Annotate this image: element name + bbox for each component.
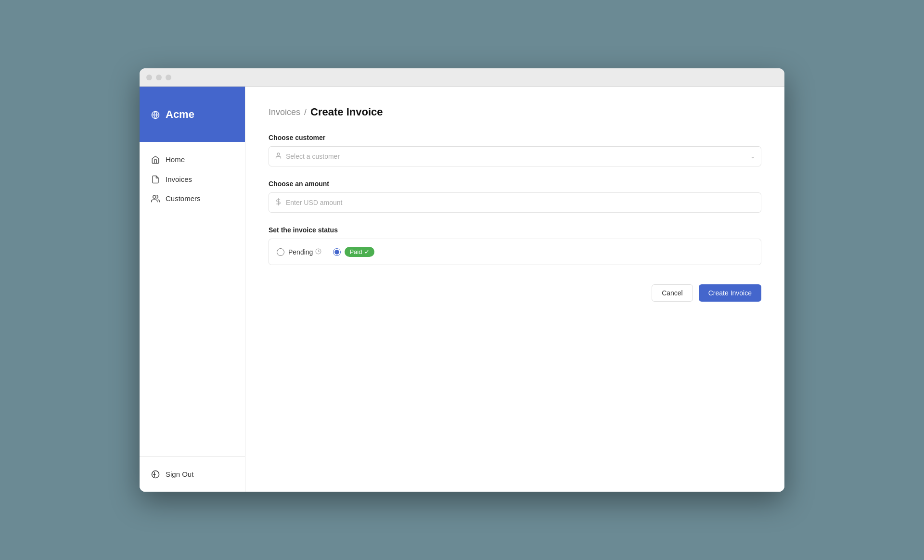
app-window: Acme Home <box>140 68 784 492</box>
pending-text: Pending <box>288 248 313 256</box>
paid-option[interactable]: Paid ✓ <box>333 247 374 257</box>
sign-out-button[interactable]: Sign Out <box>140 464 245 484</box>
status-options: Pending <box>269 239 761 265</box>
home-label: Home <box>166 155 185 164</box>
home-icon <box>151 155 160 164</box>
paid-text: Paid <box>349 248 362 255</box>
svg-point-4 <box>277 153 280 155</box>
create-invoice-button[interactable]: Create Invoice <box>699 284 761 302</box>
customer-section-title: Choose customer <box>269 134 761 141</box>
amount-section: Choose an amount <box>269 180 761 213</box>
sidebar: Acme Home <box>140 87 245 492</box>
checkmark-icon: ✓ <box>364 248 370 255</box>
customers-icon <box>151 194 160 204</box>
customer-section: Choose customer Select a customer ⌄ <box>269 134 761 166</box>
app-layout: Acme Home <box>140 87 784 492</box>
breadcrumb: Invoices / Create Invoice <box>269 106 761 118</box>
pending-radio[interactable] <box>277 248 284 256</box>
clock-icon <box>315 248 321 256</box>
customers-label: Customers <box>166 194 201 203</box>
breadcrumb-parent[interactable]: Invoices <box>269 107 300 117</box>
invoices-label: Invoices <box>166 175 192 183</box>
paid-badge: Paid ✓ <box>345 247 374 257</box>
window-controls <box>146 75 171 80</box>
maximize-control[interactable] <box>166 75 171 80</box>
paid-radio[interactable] <box>333 248 341 256</box>
customer-select-placeholder: Select a customer <box>286 153 750 160</box>
sidebar-nav: Home Invoices <box>140 142 245 456</box>
sign-out-label: Sign Out <box>166 470 193 478</box>
chevron-down-icon: ⌄ <box>750 153 755 160</box>
dollar-icon <box>275 198 282 207</box>
sidebar-logo: Acme <box>140 87 245 142</box>
form-actions: Cancel Create Invoice <box>269 284 761 302</box>
breadcrumb-separator: / <box>304 107 307 117</box>
status-section-title: Set the invoice status <box>269 226 761 234</box>
sign-out-icon <box>151 470 160 479</box>
sidebar-item-invoices[interactable]: Invoices <box>140 169 245 189</box>
minimize-control[interactable] <box>156 75 162 80</box>
breadcrumb-current: Create Invoice <box>310 106 383 118</box>
customer-select-icon <box>275 152 282 161</box>
main-content: Invoices / Create Invoice Choose custome… <box>245 87 784 492</box>
sidebar-item-customers[interactable]: Customers <box>140 189 245 209</box>
status-section: Set the invoice status Pending <box>269 226 761 265</box>
cancel-button[interactable]: Cancel <box>652 284 693 302</box>
svg-point-2 <box>153 196 156 199</box>
title-bar <box>140 68 784 87</box>
amount-input[interactable] <box>286 199 755 206</box>
logo-text: Acme <box>166 108 194 121</box>
pending-option[interactable]: Pending <box>277 248 321 256</box>
pending-label: Pending <box>288 248 321 256</box>
sidebar-item-home[interactable]: Home <box>140 150 245 169</box>
sidebar-footer: Sign Out <box>140 456 245 492</box>
globe-icon <box>151 108 160 121</box>
close-control[interactable] <box>146 75 152 80</box>
amount-section-title: Choose an amount <box>269 180 761 188</box>
invoice-icon <box>151 175 160 184</box>
paid-label: Paid ✓ <box>345 247 374 257</box>
customer-select[interactable]: Select a customer ⌄ <box>269 146 761 166</box>
amount-input-wrapper <box>269 192 761 213</box>
